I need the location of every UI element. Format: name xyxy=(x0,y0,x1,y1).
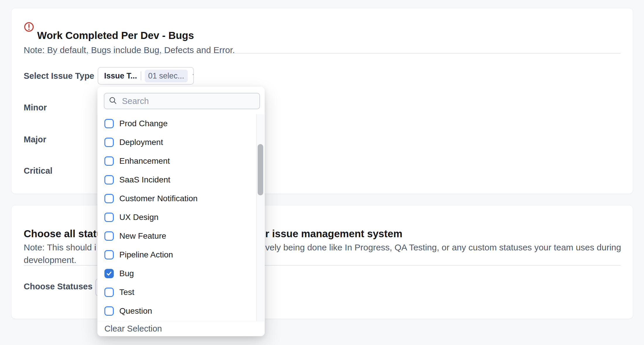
dropdown-option[interactable]: Test xyxy=(97,283,256,302)
dropdown-option[interactable]: Question xyxy=(97,302,256,320)
checkbox[interactable] xyxy=(104,250,114,259)
dropdown-option[interactable]: UX Design xyxy=(97,208,256,227)
settings-page: Work Completed Per Dev - Bugs Note: By d… xyxy=(0,0,644,345)
checkbox[interactable] xyxy=(104,175,114,185)
checkbox[interactable] xyxy=(104,306,114,316)
dropdown-option[interactable]: Enhancement xyxy=(97,152,256,170)
checkbox[interactable] xyxy=(104,138,114,147)
choose-statuses-label: Choose Statuses xyxy=(24,281,92,292)
selection-count-pill: 01 selec... xyxy=(145,70,188,82)
severity-label-minor: Minor xyxy=(24,102,47,113)
search-icon xyxy=(109,96,117,106)
dropdown-option[interactable]: SaaS Incident xyxy=(97,170,256,189)
dropdown-option-label: Enhancement xyxy=(119,156,170,166)
card-note-end: vely being done like In Progress, QA Tes… xyxy=(265,242,621,253)
dropdown-option-label: Test xyxy=(119,288,134,297)
dropdown-option[interactable]: Customer Notification xyxy=(97,189,256,208)
divider xyxy=(24,53,621,54)
card-title: Work Completed Per Dev - Bugs xyxy=(37,29,194,42)
dropdown-option-label: New Feature xyxy=(119,231,166,241)
dropdown-option[interactable]: Deployment xyxy=(97,133,256,152)
checkbox[interactable] xyxy=(104,231,114,241)
card-note: Note: By default, Bugs include Bug, Defe… xyxy=(24,45,235,56)
dropdown-option-label: Deployment xyxy=(119,138,163,147)
checkbox[interactable] xyxy=(104,194,114,203)
dropdown-list: Prod Change Deployment Enhancement SaaS … xyxy=(97,114,256,321)
trigger-label: Issue T... xyxy=(104,71,137,81)
dropdown-option-label: Customer Notification xyxy=(119,194,198,203)
search-box xyxy=(104,93,260,109)
card-title-end: r issue management system xyxy=(265,227,402,240)
checkbox[interactable] xyxy=(104,269,114,278)
clear-selection-button[interactable]: Clear Selection xyxy=(104,324,162,334)
dropdown-option-label: SaaS Incident xyxy=(119,175,170,185)
dropdown-option[interactable]: New Feature xyxy=(97,227,256,245)
dropdown-option-label: Question xyxy=(119,306,152,316)
scrollbar-thumb[interactable] xyxy=(258,144,263,195)
trigger-separator xyxy=(141,71,141,80)
dropdown-option-label: Bug xyxy=(119,269,134,278)
alert-icon xyxy=(24,22,34,32)
checkbox[interactable] xyxy=(104,213,114,222)
dropdown-option-label: UX Design xyxy=(119,213,159,222)
dropdown-option[interactable]: Prod Change xyxy=(97,114,256,133)
severity-label-critical: Critical xyxy=(24,165,52,177)
dropdown-option[interactable]: Pipeline Action xyxy=(97,245,256,264)
card-title-start: Choose all statu xyxy=(24,227,103,240)
card-note-start: Note: This should i xyxy=(24,242,96,253)
dropdown-option[interactable]: Bug xyxy=(97,264,256,283)
issue-type-dropdown-panel: Prod Change Deployment Enhancement SaaS … xyxy=(97,87,265,336)
select-issue-type-label: Select Issue Type xyxy=(24,70,94,82)
dropdown-footer: Clear Selection xyxy=(97,321,265,336)
checkbox[interactable] xyxy=(104,288,114,297)
dropdown-option-label: Pipeline Action xyxy=(119,250,173,259)
checkbox[interactable] xyxy=(104,156,114,166)
search-input[interactable] xyxy=(121,96,255,106)
chevron-down-icon xyxy=(191,71,194,80)
issue-type-dropdown-trigger[interactable]: Issue T... 01 selec... xyxy=(98,67,194,85)
checkbox[interactable] xyxy=(104,119,114,128)
dropdown-option-label: Prod Change xyxy=(119,119,168,128)
card-note-line2: development. xyxy=(24,255,76,266)
severity-label-major: Major xyxy=(24,134,46,145)
